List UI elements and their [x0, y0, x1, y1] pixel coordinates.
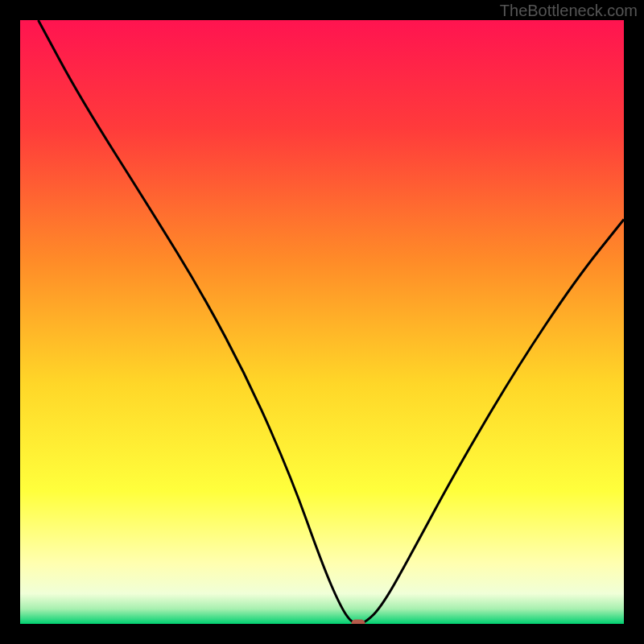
plot-area [20, 20, 624, 624]
bottleneck-curve [20, 20, 624, 624]
optimal-marker [352, 620, 365, 625]
watermark: TheBottleneck.com [500, 2, 638, 20]
